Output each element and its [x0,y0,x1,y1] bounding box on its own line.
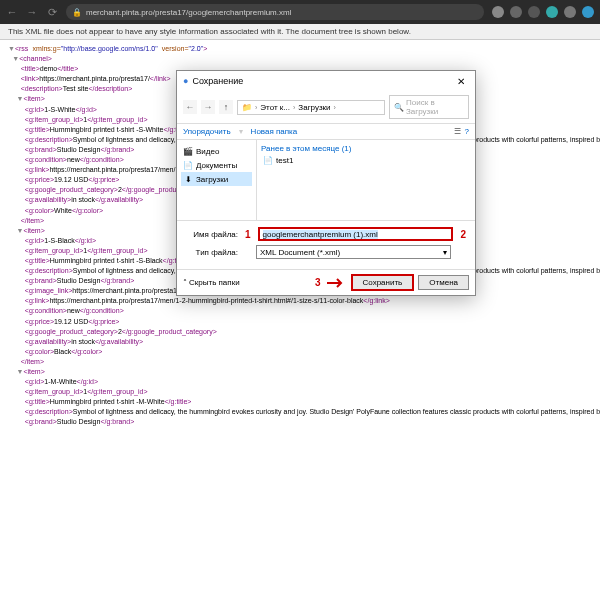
save-button[interactable]: Сохранить [351,274,415,291]
filetype-label: Тип файла: [183,248,238,257]
file-list[interactable]: Ранее в этом месяце (1) 📄 test1 [257,140,475,220]
ext-icon-1[interactable] [492,6,504,18]
i1-br: Studio Design [57,146,101,153]
reload-icon[interactable]: ⟳ [46,6,58,18]
back-icon[interactable]: ← [6,6,18,18]
docs-icon: 📄 [183,160,193,170]
sidebar-item-docs[interactable]: 📄Документы [181,158,252,172]
channel-desc: Test site [63,85,89,92]
close-icon[interactable]: ✕ [453,73,469,89]
ext-icon-6[interactable] [582,6,594,18]
i3-de: Symbol of lightness and delicacy, the hu… [73,408,600,415]
i3-id: 1-M-White [44,378,76,385]
dialog-titlebar: ● Сохранение ✕ [177,71,475,91]
i1-id: 1-S-White [44,106,75,113]
i1-co: new [67,156,80,163]
cancel-button[interactable]: Отмена [418,275,469,290]
ext-icon-5[interactable] [564,6,576,18]
annotation-2: 2 [460,229,466,240]
video-icon: 🎬 [183,146,193,156]
ext-icon-3[interactable] [528,6,540,18]
file-name: test1 [276,156,293,165]
filename-value: googlemerchantpremium (1).xml [263,230,378,239]
ext-icon-4[interactable] [546,6,558,18]
lock-icon: 🔒 [72,8,82,17]
search-input[interactable]: 🔍 Поиск в Загрузки [389,95,469,119]
annotation-arrow-icon [327,278,347,288]
filetype-select[interactable]: XML Document (*.xml)▾ [256,245,451,259]
help-icon[interactable]: ? [465,127,469,136]
nav-fwd-icon[interactable]: → [201,100,215,114]
i2-br: Studio Design [57,277,101,284]
i2-cl: Black [54,348,71,355]
file-icon: 📄 [263,156,273,165]
search-icon: 🔍 [394,103,404,112]
dialog-title: Сохранение [192,76,243,86]
hide-folders-button[interactable]: ˄ Скрыть папки [183,278,240,287]
sidebar-item-downloads[interactable]: ⬇Загрузки [181,172,252,186]
ext-icon-2[interactable] [510,6,522,18]
i3-br: Studio Design [57,418,101,425]
list-item[interactable]: 📄 test1 [261,155,471,166]
i1-av: in stock [71,196,95,203]
filetype-value: XML Document (*.xml) [260,248,340,257]
breadcrumb[interactable]: 📁 › Этот к... › Загрузки › [237,100,385,115]
hide-folders-label: Скрыть папки [189,278,240,287]
i2-ti: Hummingbird printed t-shirt -S-Black [50,257,163,264]
sb-video: Видео [196,147,219,156]
bc-b[interactable]: Загрузки [298,103,330,112]
i1-ti: Hummingbird printed t-shirt -S-White [50,126,164,133]
i2-id: 1-S-Black [44,237,74,244]
url-text: merchant.pinta.pro/presta17/googlemercha… [86,8,291,17]
url-bar[interactable]: 🔒 merchant.pinta.pro/presta17/googlemerc… [66,4,484,20]
sidebar-item-video[interactable]: 🎬Видео [181,144,252,158]
bc-a[interactable]: Этот к... [260,103,290,112]
channel-link: https://merchant.pinta.pro/presta17/ [39,75,150,82]
download-icon: ⬇ [183,174,193,184]
browser-chrome: ← → ⟳ 🔒 merchant.pinta.pro/presta17/goog… [0,0,600,24]
xml-ns: http://base.google.com/ns/1.0 [63,45,155,52]
search-ph: Поиск в Загрузки [406,98,464,116]
annotation-3: 3 [315,277,321,288]
organize-menu[interactable]: Упорядочить [183,127,231,136]
sb-dl: Загрузки [196,175,228,184]
channel-title: demo [40,65,58,72]
chevron-down-icon: ▾ [443,248,447,257]
nav-up-icon[interactable]: ↑ [219,100,233,114]
i2-pr: 19.12 USD [54,318,88,325]
i2-av: in stock [71,338,95,345]
xml-ver: 2.0 [191,45,201,52]
newfolder-button[interactable]: Новая папка [251,127,298,136]
i1-pr: 19.12 USD [54,176,88,183]
i2-li: https://merchant.pinta.pro/presta17/men/… [49,297,363,304]
i1-cl: White [54,207,72,214]
filename-input[interactable]: googlemerchantpremium (1).xml [258,227,454,241]
annotation-1: 1 [245,229,251,240]
forward-icon[interactable]: → [26,6,38,18]
folder-icon: 📁 [242,103,252,112]
chevron-up-icon: ˄ [183,278,187,287]
group-header: Ранее в этом месяце (1) [261,144,471,153]
sidebar: 🎬Видео 📄Документы ⬇Загрузки [177,140,257,220]
xml-info-bar: This XML file does not appear to have an… [0,24,600,40]
sb-docs: Документы [196,161,237,170]
i2-co: new [67,307,80,314]
nav-back-icon[interactable]: ← [183,100,197,114]
filename-label: Имя файла: [183,230,238,239]
save-icon: ● [183,76,188,86]
view-icon[interactable]: ☰ [454,127,461,136]
i3-ti: Hummingbird printed t-shirt -M-White [50,398,165,405]
save-dialog: ● Сохранение ✕ ← → ↑ 📁 › Этот к... › Заг… [176,70,476,296]
